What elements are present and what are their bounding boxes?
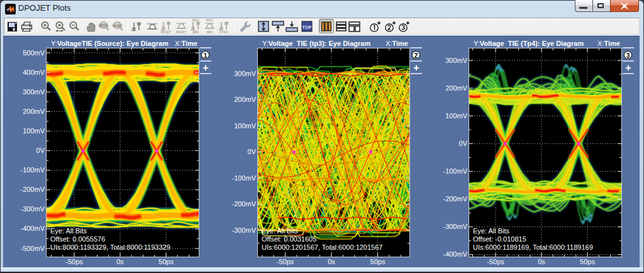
svg-text:RESET: RESET xyxy=(161,30,172,34)
svg-text:MIN: MIN xyxy=(192,30,199,34)
svg-text:SYNC: SYNC xyxy=(219,30,228,34)
svg-text:MAX: MAX xyxy=(206,18,213,22)
svg-text:MAX: MAX xyxy=(192,18,199,22)
svg-text:TOP: TOP xyxy=(302,25,311,30)
svg-text:100%: 100% xyxy=(99,23,109,27)
svg-text:RESET: RESET xyxy=(176,30,187,34)
svg-text:MIN: MIN xyxy=(206,30,213,34)
svg-text:SYNC: SYNC xyxy=(113,23,123,27)
